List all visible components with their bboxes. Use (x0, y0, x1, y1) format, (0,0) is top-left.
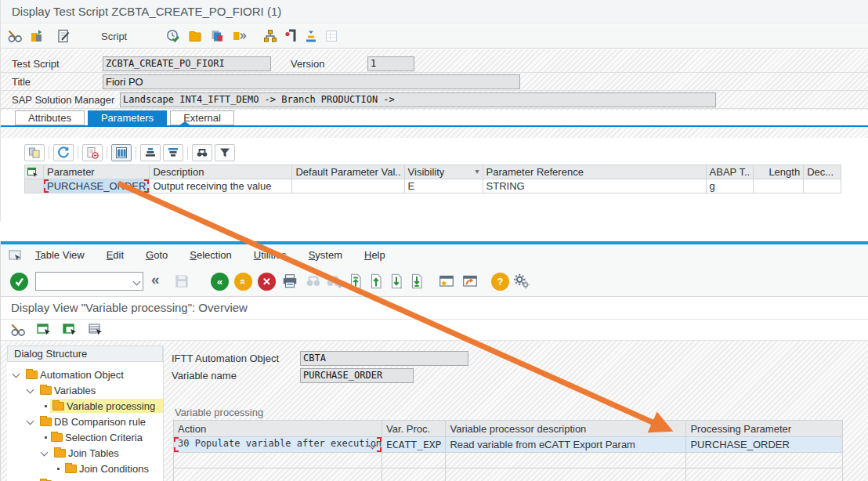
cell-parameter-reference[interactable]: STRING (483, 179, 706, 193)
variable-name-field[interactable]: PURCHASE_ORDER (300, 368, 414, 383)
details-list-icon[interactable] (88, 322, 103, 338)
cell-processing-parameter[interactable]: PURCHASE_ORDER (686, 437, 843, 453)
cell-processing-parameter[interactable] (686, 453, 843, 468)
choose-icon[interactable] (36, 322, 52, 338)
col-processing-parameter[interactable]: Processing Parameter (686, 421, 843, 437)
col-default-value[interactable]: Default Parameter Val.. (292, 165, 404, 179)
enter-icon[interactable] (10, 273, 28, 291)
tree-item-automation-object[interactable]: Automation Object (7, 367, 163, 382)
cell-processor-description[interactable]: Read variable from eCATT Export Param (446, 437, 686, 453)
last-page-icon[interactable] (408, 273, 425, 290)
tree-item-join-conditions[interactable]: Join Conditions (7, 461, 163, 476)
tree-item-join-tables[interactable]: Join Tables (7, 445, 163, 461)
split-icon[interactable] (231, 28, 247, 44)
cell-action[interactable] (174, 453, 382, 468)
menu-edit[interactable]: Edit (107, 249, 124, 261)
cell-parameter[interactable]: PURCHASE_ORDER (44, 179, 150, 193)
cell-var-proc[interactable]: ECATT_EXP (382, 437, 446, 453)
chevron-down-icon[interactable] (133, 278, 141, 286)
chevron-down-icon[interactable] (27, 386, 34, 394)
cell-abap-type[interactable]: g (706, 179, 754, 193)
cell-action[interactable] (174, 468, 382, 481)
column-settings-icon[interactable] (111, 144, 132, 161)
print-icon[interactable] (281, 273, 298, 290)
cancel-icon[interactable]: ✕ (258, 273, 276, 291)
col-visibility[interactable]: Visibility▾ (404, 165, 483, 179)
cell-visibility[interactable]: E (404, 179, 483, 193)
choose-all-icon[interactable] (62, 322, 78, 338)
hierarchy-icon[interactable] (262, 28, 278, 44)
automation-object-field[interactable]: CBTA (300, 351, 468, 366)
refresh-icon[interactable] (53, 144, 74, 161)
display-change-icon[interactable] (10, 322, 26, 338)
col-processor-description[interactable]: Variable processor description (446, 421, 686, 437)
menu-help[interactable]: Help (364, 249, 385, 261)
collapse-icon[interactable]: « (151, 271, 160, 288)
execute-check-icon[interactable] (165, 28, 181, 44)
script-button[interactable]: Script (101, 31, 127, 42)
help-icon[interactable]: ? (491, 273, 509, 291)
test-script-field[interactable]: ZCBTA_CREATE_PO_FIORI (103, 56, 271, 71)
col-var-proc[interactable]: Var. Proc. (382, 421, 446, 437)
menu-system[interactable]: System (309, 249, 342, 261)
sort-ascending-icon[interactable] (140, 144, 161, 161)
system-menu-icon[interactable] (9, 249, 24, 262)
edit-icon[interactable] (56, 28, 71, 44)
menu-utilities[interactable]: Utilities (254, 249, 287, 261)
chevron-down-icon[interactable] (13, 371, 20, 378)
cell-description[interactable]: Output receiving the value (150, 179, 292, 193)
tree-item-variables[interactable]: Variables (7, 382, 163, 398)
menu-goto[interactable]: Goto (146, 249, 168, 261)
cell-processing-parameter[interactable] (686, 468, 843, 481)
col-decimals[interactable]: Dec... (804, 165, 841, 179)
filter-icon[interactable] (215, 144, 235, 161)
page-up-icon[interactable] (367, 273, 385, 290)
sort-descending-icon[interactable] (163, 144, 183, 161)
tree-item-db-comparison-rule[interactable]: DB Comparison rule (7, 414, 163, 429)
solution-manager-field[interactable]: Landscape INT4_IFTT_DEMO -> Branch PRODU… (120, 92, 716, 107)
command-field[interactable] (38, 274, 128, 288)
tree-item-selection-criteria[interactable]: Selection Criteria (7, 429, 163, 445)
menu-table-view[interactable]: Table View (35, 249, 85, 261)
tree-item-variable-processing[interactable]: Variable processing (7, 398, 163, 414)
title-field[interactable]: Fiori PO (103, 74, 520, 89)
where-used-icon[interactable] (283, 28, 298, 44)
copy-icon[interactable] (29, 28, 45, 44)
cell-var-proc[interactable] (382, 453, 446, 468)
cell-length[interactable] (754, 179, 804, 193)
first-page-icon[interactable] (347, 273, 364, 290)
select-all-icon[interactable] (25, 165, 44, 179)
folder-icon[interactable] (187, 28, 203, 44)
chevron-down-icon[interactable] (41, 449, 49, 457)
cell-processor-description[interactable] (446, 468, 686, 481)
cell-decimals[interactable] (804, 179, 841, 193)
col-parameter-reference[interactable]: Parameter Reference (483, 165, 706, 179)
col-parameter[interactable]: Parameter (44, 165, 150, 179)
row-selector[interactable] (25, 179, 44, 193)
chevron-down-icon[interactable] (27, 418, 34, 425)
menu-selection[interactable]: Selection (190, 249, 231, 261)
col-description[interactable]: Description (150, 165, 292, 179)
delete-row-icon[interactable] (82, 144, 103, 161)
details-icon[interactable] (24, 144, 45, 161)
copy-pages-icon[interactable] (209, 28, 225, 44)
tab-attributes[interactable]: Attributes (15, 110, 85, 125)
col-abap-type[interactable]: ABAP T.. (706, 165, 754, 179)
page-down-icon[interactable] (388, 273, 405, 290)
back-icon[interactable]: « (211, 273, 229, 291)
cell-var-proc[interactable] (382, 468, 446, 481)
versions-icon[interactable] (303, 28, 319, 44)
cell-default-value[interactable] (292, 179, 404, 193)
cell-processor-description[interactable] (446, 453, 686, 468)
shortcut-icon[interactable] (461, 273, 479, 290)
col-length[interactable]: Length (754, 165, 804, 179)
exit-icon[interactable]: « (234, 273, 252, 291)
tab-parameters[interactable]: Parameters (88, 110, 167, 125)
find-icon[interactable] (192, 144, 212, 161)
col-action[interactable]: Action (174, 421, 382, 437)
new-session-icon[interactable] (438, 273, 455, 290)
customize-icon[interactable] (513, 273, 530, 290)
tree-item-partial[interactable] (7, 476, 163, 481)
display-change-icon[interactable] (7, 28, 23, 44)
version-field[interactable]: 1 (367, 56, 414, 71)
